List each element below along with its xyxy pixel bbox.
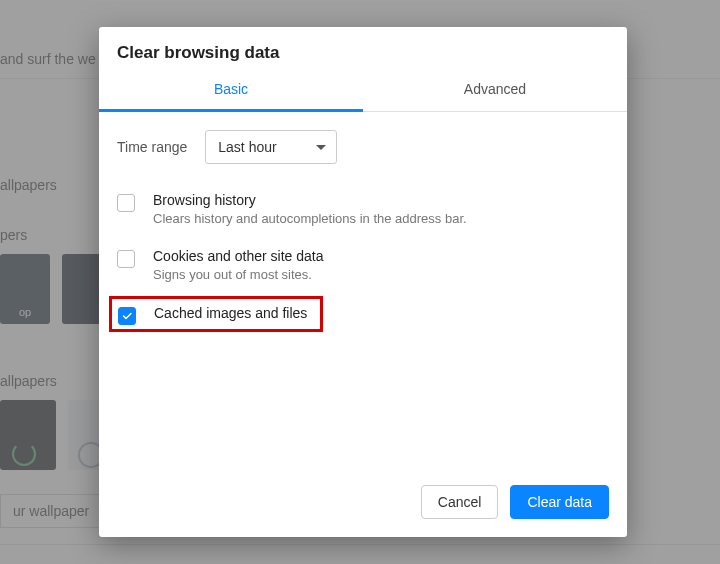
option-subtitle: Clears history and autocompletions in th… xyxy=(153,211,467,226)
checkbox-browsing-history[interactable] xyxy=(117,194,135,212)
clear-data-button[interactable]: Clear data xyxy=(510,485,609,519)
option-cached-highlight: Cached images and files xyxy=(109,296,323,332)
check-icon xyxy=(121,310,133,322)
dialog-tabs: Basic Advanced xyxy=(99,71,627,112)
option-subtitle: Signs you out of most sites. xyxy=(153,267,323,282)
option-title: Browsing history xyxy=(153,192,467,208)
tab-basic[interactable]: Basic xyxy=(99,71,363,112)
option-text: Cookies and other site data Signs you ou… xyxy=(153,248,323,282)
checkbox-cookies[interactable] xyxy=(117,250,135,268)
option-text: Browsing history Clears history and auto… xyxy=(153,192,467,226)
checkbox-cached[interactable] xyxy=(118,307,136,325)
option-browsing-history: Browsing history Clears history and auto… xyxy=(117,192,609,248)
dialog-footer: Cancel Clear data xyxy=(99,485,627,537)
dialog-title: Clear browsing data xyxy=(99,27,627,71)
clear-browsing-data-dialog: Clear browsing data Basic Advanced Time … xyxy=(99,27,627,537)
option-title: Cached images and files xyxy=(154,305,307,321)
time-range-label: Time range xyxy=(117,139,187,155)
time-range-value: Last hour xyxy=(218,139,276,155)
dialog-body: Time range Last hour Browsing history Cl… xyxy=(99,112,627,485)
time-range-row: Time range Last hour xyxy=(117,130,609,164)
option-title: Cookies and other site data xyxy=(153,248,323,264)
chevron-down-icon xyxy=(316,145,326,150)
cancel-button[interactable]: Cancel xyxy=(421,485,499,519)
tab-advanced[interactable]: Advanced xyxy=(363,71,627,111)
option-text: Cached images and files xyxy=(154,305,307,321)
time-range-select[interactable]: Last hour xyxy=(205,130,337,164)
